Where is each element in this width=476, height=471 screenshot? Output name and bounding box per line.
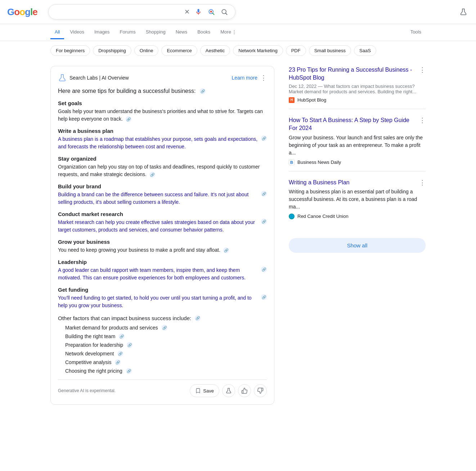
tip-heading-grow-business: Grow your business [58,239,267,245]
tab-books[interactable]: Books [193,26,215,39]
svg-line-4 [225,13,227,14]
tip-link-1[interactable]: 🔗 [261,135,267,141]
factor-link-5[interactable]: 🔗 [126,368,132,374]
tip-stay-organized: Stay organized Organization can help you… [58,156,267,178]
result-card-hubspot: 23 Pro Tips for Running a Successful Bus… [289,66,426,109]
result-card-rccu: Writing a Business Plan ⋮ Writing a busi… [289,179,426,225]
flask-small-icon [225,387,232,394]
tip-heading-leadership: Leadership [58,259,267,265]
other-factors-title: Other factors that can impact business s… [58,315,267,321]
tab-videos[interactable]: Videos [66,26,89,39]
bnd-source-name: Business News Daily [297,160,341,165]
list-item: Building the right team 🔗 [65,333,267,339]
tip-business-plan: Write a business plan A business plan is… [58,128,267,151]
result-date-hubspot: Dec 12, 2022 — What factors can impact b… [289,84,426,94]
factor-link-1[interactable]: 🔗 [119,333,125,339]
tip-heading-get-funding: Get funding [58,287,267,293]
chip-online[interactable]: Online [134,45,159,56]
result-header-row: 23 Pro Tips for Running a Successful Bus… [289,66,426,84]
main-content: Search Labs | AI Overview Learn more ⋮ H… [0,60,476,411]
chip-network-marketing[interactable]: Network Marketing [233,45,283,56]
header: Google How to build a successful busines… [0,0,476,24]
tip-heading-set-goals: Set goals [58,100,267,106]
search-input[interactable]: How to build a successful business [54,9,181,15]
lens-button[interactable] [206,7,216,17]
list-item: Choosing the right pricing 🔗 [65,368,267,374]
result-header-row-2: How To Start A Business: A Step by Step … [289,116,426,134]
tip-text-grow-business: You need to keep growing your business t… [58,246,267,254]
other-factors-link-icon[interactable]: 🔗 [195,315,201,321]
chip-aesthetic[interactable]: Aesthetic [200,45,230,56]
chip-pdf[interactable]: PDF [286,45,306,56]
ai-badge [58,73,67,82]
tab-all[interactable]: All [50,26,64,39]
chip-ecommerce[interactable]: Ecommerce [161,45,197,56]
filter-chips: For beginners Dropshipping Online Ecomme… [0,41,476,60]
tab-news[interactable]: News [171,26,192,39]
result-header-row-3: Writing a Business Plan ⋮ [289,179,426,188]
result-snippet-rccu: Writing a business plan is an essential … [289,188,426,211]
factor-link-2[interactable]: 🔗 [127,342,133,348]
search-button[interactable] [219,7,229,17]
tip-leadership: Leadership A good leader can build rappo… [58,259,267,282]
list-item: Network development 🔗 [65,351,267,356]
tip-heading-market-research: Conduct market research [58,211,267,217]
list-item: Market demand for products and services … [65,325,267,331]
factor-link-3[interactable]: 🔗 [117,351,123,356]
bnd-favicon: B [289,160,295,165]
tip-set-goals: Set goals Goals help your team understan… [58,100,267,123]
labs-header-button[interactable] [458,6,469,17]
chip-small-business[interactable]: Small business [309,45,351,56]
chip-for-beginners[interactable]: For beginners [50,45,90,56]
microphone-button[interactable] [193,7,203,17]
tip-link-6[interactable]: 🔗 [261,266,267,272]
options-icon[interactable]: ⋮ [260,74,267,82]
tab-tools[interactable]: Tools [406,26,426,39]
rccu-source-name: Red Canoe Credit Union [297,214,349,219]
result-title-rccu[interactable]: Writing a Business Plan [289,179,350,187]
factor-link-4[interactable]: 🔗 [115,359,121,365]
learn-more-link[interactable]: Learn more [232,75,257,81]
tip-link-7[interactable]: 🔗 [261,294,267,300]
tip-text-market-research: Market research can help you create effe… [58,219,267,234]
hubspot-source-name: HubSpot Blog [297,97,326,103]
result-title-bnd[interactable]: How To Start A Business: A Step by Step … [289,116,419,133]
result-title-hubspot[interactable]: 23 Pro Tips for Running a Successful Bus… [289,66,419,82]
chip-dropshipping[interactable]: Dropshipping [93,45,131,56]
search-icons [193,7,229,17]
ai-footer-actions: Save [190,384,267,397]
ai-header-right: Learn more ⋮ [232,74,267,82]
factor-link-0[interactable]: 🔗 [162,325,167,331]
tab-images[interactable]: Images [90,26,114,39]
search-icon [221,8,228,15]
chip-saas[interactable]: SaaS [354,45,376,56]
result-source-rccu: 🌐 Red Canoe Credit Union [289,214,426,219]
result-options-2[interactable]: ⋮ [419,179,426,187]
clear-icon[interactable]: ✕ [184,8,190,16]
tip-link-3[interactable]: 🔗 [261,191,267,197]
tip-get-funding: Get funding You'll need funding to get s… [58,287,267,309]
svg-point-1 [210,11,212,13]
tip-text-leadership: A good leader can build rapport with tea… [58,266,267,282]
thumbup-button[interactable] [238,384,251,397]
microphone-icon [195,8,202,15]
tip-link-4[interactable]: 🔗 [261,219,267,224]
search-bar: How to build a successful business ✕ [48,4,235,19]
show-all-button[interactable]: Show all [289,238,426,253]
tab-forums[interactable]: Forums [116,26,140,39]
result-options-1[interactable]: ⋮ [419,116,426,124]
result-options-0[interactable]: ⋮ [419,66,426,74]
labs-footer-button[interactable] [222,384,235,397]
tip-link-2[interactable]: 🔗 [149,172,155,178]
save-button[interactable]: Save [190,384,219,397]
tip-text-stay-organized: Organization can help you stay on top of… [58,163,267,178]
tip-link-0[interactable]: 🔗 [126,116,131,122]
tip-grow-business: Grow your business You need to keep grow… [58,239,267,254]
thumbdown-button[interactable] [254,384,267,397]
tab-more[interactable]: More ⋮ [216,26,241,39]
title-link-icon[interactable]: 🔗 [200,88,206,94]
ai-header-left: Search Labs | AI Overview [58,73,129,82]
tab-shopping[interactable]: Shopping [142,26,170,39]
tip-link-5[interactable]: 🔗 [223,247,229,253]
result-source-bnd: B Business News Daily [289,160,426,165]
